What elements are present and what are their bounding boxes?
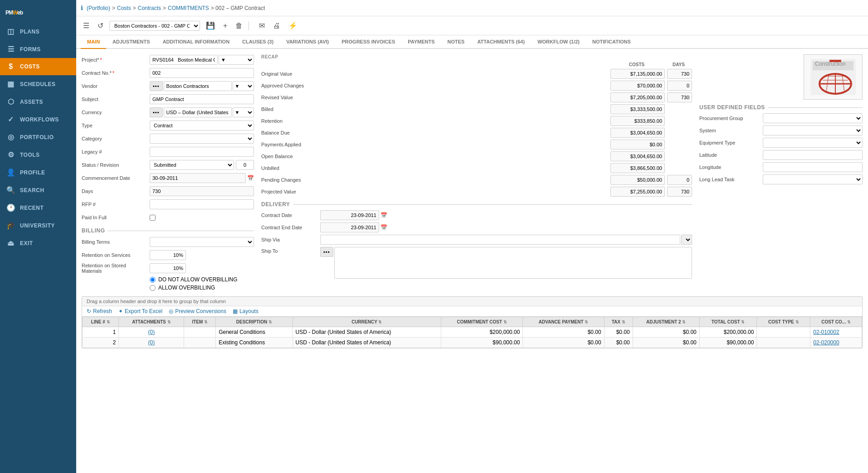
cell-attachments-1[interactable]: (0) xyxy=(119,327,184,338)
breadcrumb-portfolio[interactable]: (Portfolio) xyxy=(87,5,110,11)
sidebar-item-exit[interactable]: ⏏ EXIT xyxy=(0,234,76,252)
revision-input[interactable] xyxy=(236,160,254,170)
type-select[interactable]: Contract xyxy=(150,121,254,130)
ship-via-input[interactable] xyxy=(320,235,680,245)
procurement-group-select[interactable] xyxy=(763,113,863,123)
lightning-button[interactable]: ⚡ xyxy=(286,20,300,31)
tab-notes[interactable]: NOTES xyxy=(441,35,471,49)
sidebar-item-recent[interactable]: 🕐 RECENT xyxy=(0,199,76,217)
sidebar-item-forms[interactable]: ☰ FORMS xyxy=(0,40,76,58)
print-button[interactable]: 🖨 xyxy=(271,21,283,31)
equipment-type-select[interactable] xyxy=(763,138,863,148)
tab-variations[interactable]: VARIATIONS (AVI) xyxy=(280,35,335,49)
save-button[interactable]: 💾 xyxy=(204,20,217,31)
preview-button[interactable]: ◎ Preview Conversions xyxy=(169,308,226,314)
sidebar-item-workflows[interactable]: ✓ WORKFLOWS xyxy=(0,111,76,128)
cell-attachments-2[interactable]: (0) xyxy=(119,338,184,348)
sidebar-item-search[interactable]: 🔍 SEARCH xyxy=(0,181,76,199)
undo-button[interactable]: ↺ xyxy=(95,20,106,31)
col-currency[interactable]: CURRENCY ⇅ xyxy=(293,317,441,327)
cell-cost-co-1[interactable]: 02-010002 xyxy=(810,327,862,338)
tab-notifications[interactable]: NOTIFICATIONS xyxy=(586,35,637,49)
subject-input[interactable] xyxy=(150,94,254,104)
tab-payments[interactable]: PAYMENTS xyxy=(401,35,441,49)
vendor-dots-button[interactable]: ••• xyxy=(150,81,163,91)
open-balance-costs[interactable] xyxy=(610,151,665,161)
tab-progress[interactable]: PROGRESS INVOICES xyxy=(335,35,401,49)
col-description[interactable]: DESCRIPTION ⇅ xyxy=(216,317,293,327)
ship-to-textarea[interactable] xyxy=(334,247,692,279)
projected-value-costs[interactable] xyxy=(610,187,665,197)
balance-due-costs[interactable] xyxy=(610,128,665,138)
payments-applied-costs[interactable] xyxy=(610,140,665,150)
col-tax[interactable]: TAX ⇅ xyxy=(604,317,633,327)
add-button[interactable]: + xyxy=(221,21,229,31)
project-input[interactable] xyxy=(150,55,218,65)
menu-button[interactable]: ☰ xyxy=(81,20,92,31)
col-total-cost[interactable]: TOTAL COST ⇅ xyxy=(699,317,757,327)
currency-input[interactable] xyxy=(164,107,232,117)
retention-materials-input[interactable] xyxy=(150,263,186,273)
contract-date-input[interactable] xyxy=(320,210,379,220)
payments-applied-days[interactable] xyxy=(667,140,692,150)
allow-overbilling-radio[interactable] xyxy=(150,285,156,291)
breadcrumb-commitments[interactable]: COMMITMENTS xyxy=(168,5,209,11)
revised-value-days[interactable] xyxy=(667,92,692,102)
sidebar-item-tools[interactable]: ⚙ TOOLS xyxy=(0,146,76,164)
unbilled-costs[interactable] xyxy=(610,163,665,173)
billed-costs[interactable] xyxy=(610,104,665,114)
category-select[interactable] xyxy=(150,134,254,144)
col-attachments[interactable]: ATTACHMENTS ⇅ xyxy=(119,317,184,327)
sidebar-item-schedules[interactable]: ▦ SCHEDULES xyxy=(0,75,76,93)
tab-clauses[interactable]: CLAUSES (3) xyxy=(236,35,280,49)
balance-due-days[interactable] xyxy=(667,128,692,138)
col-adjustment2[interactable]: ADJUSTMENT 2 ⇅ xyxy=(633,317,699,327)
currency-select[interactable]: ▼ xyxy=(233,107,254,117)
sidebar-item-plans[interactable]: ◫ PLANS xyxy=(0,23,76,40)
approved-changes-days[interactable] xyxy=(667,81,692,91)
open-balance-days[interactable] xyxy=(667,151,692,161)
tab-adjustments[interactable]: ADJUSTMENTS xyxy=(106,35,156,49)
contract-no-input[interactable]: 002 xyxy=(150,68,254,78)
paid-in-full-checkbox[interactable] xyxy=(150,215,156,221)
delete-button[interactable]: 🗑 xyxy=(233,21,245,31)
col-commitment-cost[interactable]: COMMITMENT COST ⇅ xyxy=(441,317,523,327)
vendor-input[interactable] xyxy=(164,81,232,91)
sidebar-item-profile[interactable]: 👤 PROFILE xyxy=(0,164,76,181)
original-value-days[interactable] xyxy=(667,69,692,79)
days-input[interactable] xyxy=(150,186,254,196)
rfp-input[interactable] xyxy=(150,199,254,209)
breadcrumb-contracts[interactable]: Contracts xyxy=(138,5,161,11)
currency-dots-button[interactable]: ••• xyxy=(150,107,163,117)
breadcrumb-costs[interactable]: Costs xyxy=(117,5,131,11)
billing-terms-select[interactable] xyxy=(150,237,254,247)
long-lead-select[interactable] xyxy=(763,174,863,184)
pending-changes-days[interactable] xyxy=(667,175,692,185)
system-select[interactable] xyxy=(763,125,863,135)
unbilled-days[interactable] xyxy=(667,163,692,173)
latitude-input[interactable] xyxy=(763,150,863,160)
col-line[interactable]: LINE # ⇅ xyxy=(83,317,119,327)
col-advance-payment[interactable]: ADVANCE PAYMENT ⇅ xyxy=(523,317,604,327)
ship-via-select[interactable]: ▼ xyxy=(681,235,692,245)
legacy-input[interactable] xyxy=(150,147,254,157)
project-select[interactable]: ▼ xyxy=(219,55,254,65)
export-button[interactable]: ✦ Export To Excel xyxy=(118,308,162,314)
pending-changes-costs[interactable] xyxy=(610,175,665,185)
sidebar-item-university[interactable]: 🎓 UNIVERSITY xyxy=(0,217,76,234)
refresh-button[interactable]: ↻ Refresh xyxy=(87,308,112,314)
info-icon[interactable]: ℹ xyxy=(81,5,83,11)
status-select[interactable]: Submitted xyxy=(150,160,234,170)
commencement-input[interactable] xyxy=(150,173,246,183)
tab-workflow[interactable]: WORKFLOW (1/2) xyxy=(531,35,586,49)
contract-end-input[interactable] xyxy=(320,222,379,232)
col-cost-co[interactable]: COST CO... ⇅ xyxy=(810,317,862,327)
sidebar-item-assets[interactable]: ⬡ ASSETS xyxy=(0,93,76,111)
tab-additional[interactable]: ADDITIONAL INFORMATION xyxy=(156,35,236,49)
cell-cost-co-2[interactable]: 02-020000 xyxy=(810,338,862,348)
ship-to-dots-button[interactable]: ••• xyxy=(320,247,333,257)
contract-end-calendar-button[interactable]: 📅 xyxy=(380,224,387,231)
do-not-allow-radio[interactable] xyxy=(150,277,156,283)
col-item[interactable]: ITEM ⇅ xyxy=(184,317,216,327)
sidebar-item-costs[interactable]: $ COSTS xyxy=(0,58,76,75)
